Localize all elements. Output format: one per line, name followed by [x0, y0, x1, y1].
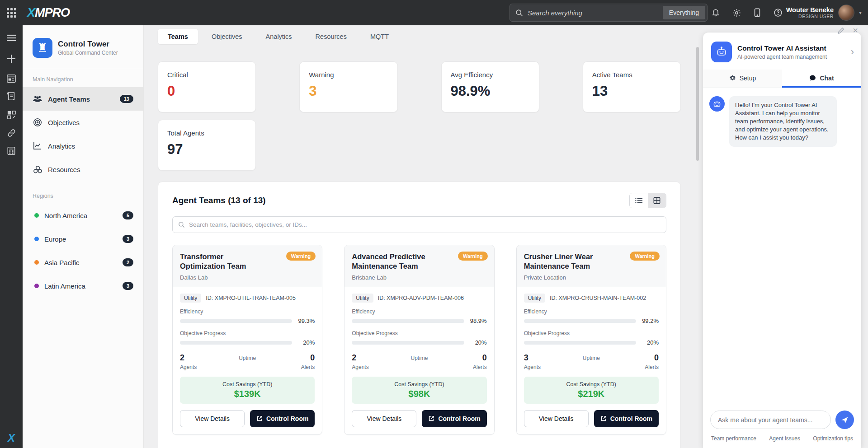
count-badge: 5 — [123, 211, 133, 219]
sidebar-region-latin-america[interactable]: Latin America 3 — [23, 274, 143, 298]
sidebar-item-label: Analytics — [48, 142, 133, 150]
tab-mqtt[interactable]: MQTT — [360, 29, 399, 44]
view-details-button[interactable]: View Details — [180, 410, 245, 427]
team-id: ID: XMPRO-CRUSH-MAIN-TEAM-002 — [550, 295, 646, 301]
suggestion-agent-issues[interactable]: Agent issues — [769, 435, 800, 442]
sidebar-item-label: Agent Teams — [48, 95, 114, 103]
region-dot — [34, 237, 39, 241]
chat-bubble-icon — [809, 75, 816, 81]
tab-chat[interactable]: Chat — [782, 70, 861, 88]
savings-label: Cost Savings (YTD) — [528, 381, 654, 387]
stat-card-warning: Warning 3 — [299, 61, 397, 112]
help-icon[interactable] — [773, 8, 783, 18]
top-bar: XMPRO Everything Wouter Beneke DESIGN US… — [0, 0, 868, 25]
assistant-subtitle: AI-powered agent team management — [737, 54, 827, 60]
uptime-label: Uptime — [239, 355, 256, 361]
stat-label: Warning — [309, 71, 388, 79]
stat-value: 98.9% — [451, 83, 530, 99]
sidebar-item-agent-teams[interactable]: Agent Teams 13 — [23, 87, 143, 111]
agents-label: Agents — [524, 364, 569, 370]
chart-icon — [33, 142, 42, 150]
calculator-icon[interactable] — [0, 142, 23, 160]
page-designer-icon[interactable] — [0, 70, 23, 88]
stat-value: 0 — [167, 83, 246, 99]
app-title: Control Tower — [58, 40, 118, 49]
suggestion-optimization-tips[interactable]: Optimization tips — [813, 435, 853, 442]
agents-count: 2 — [352, 353, 396, 363]
category-chip: Utility — [352, 294, 373, 303]
tab-objectives[interactable]: Objectives — [202, 29, 252, 44]
control-room-button[interactable]: Control Room — [594, 410, 659, 427]
uptime-label: Uptime — [410, 355, 428, 361]
status-badge: Warning — [458, 252, 488, 261]
view-details-button[interactable]: View Details — [352, 410, 416, 427]
sidebar-region-asia-pacific[interactable]: Asia Pacific 2 — [23, 251, 143, 274]
sidebar: ♜ Control Tower Global Command Center Ma… — [23, 25, 144, 448]
team-name: Advanced Predictive Maintenance Team — [352, 252, 442, 271]
edit-icon[interactable] — [837, 27, 844, 34]
tab-analytics[interactable]: Analytics — [256, 29, 302, 44]
link-icon[interactable] — [0, 124, 23, 142]
count-badge: 3 — [123, 235, 133, 243]
scrollbar-thumb[interactable] — [696, 47, 699, 161]
tab-setup[interactable]: Setup — [703, 70, 782, 88]
sidebar-item-analytics[interactable]: Analytics — [23, 134, 143, 158]
efficiency-label: Efficiency — [352, 308, 486, 315]
stat-card-critical: Critical 0 — [158, 61, 256, 112]
efficiency-value: 98.9% — [469, 317, 487, 324]
alerts-label: Alerts — [645, 364, 659, 370]
stat-value: 97 — [167, 141, 246, 158]
team-location: Private Location — [524, 274, 659, 281]
region-dot — [34, 260, 39, 265]
grid-view-icon[interactable] — [648, 193, 666, 208]
message-text: Hello! I'm your Control Tower AI Assista… — [729, 96, 837, 147]
view-details-button[interactable]: View Details — [524, 410, 589, 427]
regions-section-label: Regions — [23, 181, 143, 204]
objective-progress-bar — [352, 341, 464, 345]
chat-input[interactable] — [710, 411, 831, 429]
tab-resources[interactable]: Resources — [306, 29, 357, 44]
menu-icon[interactable] — [0, 29, 23, 47]
blocks-icon[interactable] — [0, 106, 23, 124]
objective-progress-bar — [180, 341, 292, 345]
uptime-label: Uptime — [583, 355, 600, 361]
add-icon[interactable] — [0, 50, 23, 68]
alerts-count: 0 — [482, 353, 487, 363]
user-name: Wouter Beneke — [786, 6, 834, 14]
paper-plane-icon — [841, 416, 849, 424]
user-menu[interactable]: Wouter Beneke DESIGN USER ▾ — [786, 0, 862, 25]
forms-icon[interactable] — [0, 88, 23, 106]
team-cards: Transformer Optimization Team Warning Da… — [172, 245, 666, 435]
sidebar-region-north-america[interactable]: North America 5 — [23, 204, 143, 227]
sidebar-item-resources[interactable]: Resources — [23, 158, 143, 181]
efficiency-bar — [352, 319, 464, 323]
team-name: Transformer Optimization Team — [180, 252, 270, 271]
agents-count: 2 — [180, 353, 225, 363]
list-view-icon[interactable] — [630, 193, 648, 208]
sidebar-region-europe[interactable]: Europe 3 — [23, 227, 143, 251]
category-chip: Utility — [180, 294, 201, 303]
control-room-button[interactable]: Control Room — [422, 410, 486, 427]
chevron-right-icon[interactable]: › — [851, 46, 854, 58]
efficiency-bar — [180, 319, 292, 323]
view-toggle — [629, 193, 666, 208]
app-launcher-icon[interactable] — [0, 8, 23, 18]
sidebar-item-objectives[interactable]: Objectives — [23, 111, 143, 134]
status-badge: Warning — [286, 252, 316, 261]
close-icon[interactable]: × — [853, 27, 858, 34]
search-scope-button[interactable]: Everything — [663, 6, 705, 19]
suggestion-team-performance[interactable]: Team performance — [711, 435, 756, 442]
cost-savings: Cost Savings (YTD) $219K — [524, 377, 659, 404]
control-room-button[interactable]: Control Room — [250, 410, 315, 427]
alerts-count: 0 — [654, 353, 659, 363]
teams-search-input[interactable] — [189, 221, 660, 228]
team-card: Crusher Liner Wear Maintenance Team Warn… — [516, 245, 666, 435]
search-input[interactable] — [528, 9, 663, 17]
send-button[interactable] — [835, 411, 854, 429]
count-badge: 3 — [123, 282, 133, 290]
settings-icon[interactable] — [731, 8, 741, 18]
tab-teams[interactable]: Teams — [158, 29, 198, 44]
notifications-icon[interactable] — [711, 8, 721, 18]
mobile-icon[interactable] — [752, 8, 762, 18]
count-badge: 2 — [123, 258, 133, 266]
